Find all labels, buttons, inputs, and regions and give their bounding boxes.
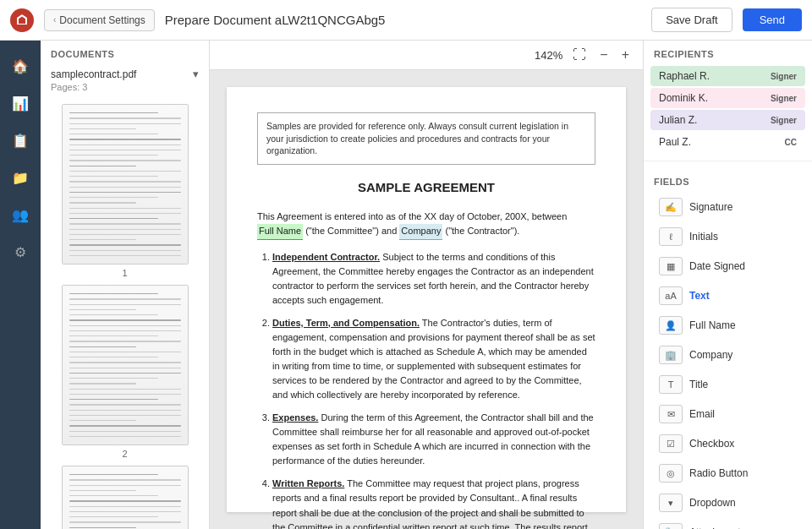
email-icon: ✉ (659, 405, 683, 423)
recipients-list: Raphael R.SignerDominik K.SignerJulian Z… (644, 64, 812, 154)
send-button[interactable]: Send (743, 8, 802, 31)
field-item-date-signed[interactable]: ▦Date Signed (649, 252, 807, 281)
nav-sidebar: 🏠 📊 📋 📁 👥 ⚙ (0, 41, 41, 529)
date-signed-icon: ▦ (659, 257, 683, 275)
thumbnail-2[interactable]: 2 (47, 285, 202, 459)
checkbox-icon: ☑ (659, 434, 683, 453)
doc-section-2: Duties, Term, and Compensation. The Cont… (272, 316, 595, 402)
field-item-text[interactable]: aAText (649, 281, 807, 310)
nav-docs-icon[interactable]: 📋 (5, 125, 36, 155)
document-page: Samples are provided for reference only.… (227, 87, 626, 512)
thumbnail-1[interactable]: 1 (47, 104, 202, 278)
fields-divider (644, 161, 812, 161)
field-item-dropdown[interactable]: ▾Dropdown (649, 488, 807, 517)
nav-folder-icon[interactable]: 📁 (5, 162, 36, 193)
field-label: Checkbox (689, 438, 734, 450)
documents-panel: DOCUMENTS samplecontract.pdf ▾ Pages: 3 … (41, 41, 210, 529)
field-item-radio-button[interactable]: ◎Radio Button (649, 459, 807, 488)
right-panel: RECIPIENTS Raphael R.SignerDominik K.Sig… (643, 41, 812, 529)
doc-title: SAMPLE AGREEMENT (257, 178, 595, 198)
field-item-attachment[interactable]: 📎Attachment (649, 518, 807, 529)
nav-settings-icon[interactable]: ⚙ (5, 237, 36, 267)
field-label: Signature (689, 201, 732, 213)
nav-home-icon[interactable]: 🏠 (5, 51, 36, 81)
viewer-toolbar: 142% ⛶ − + (210, 41, 643, 70)
field-label: Dropdown (689, 497, 736, 509)
viewer-content[interactable]: Samples are provided for reference only.… (210, 70, 643, 529)
full-name-icon: 👤 (659, 316, 683, 335)
field-label: Full Name (689, 319, 736, 331)
field-item-signature[interactable]: ✍Signature (649, 193, 807, 221)
field-item-initials[interactable]: ℓInitials (649, 222, 807, 251)
attachment-icon: 📎 (659, 523, 683, 529)
doc-section-3: Expenses. During the term of this Agreem… (272, 411, 595, 468)
full-name-field[interactable]: Full Name (257, 224, 303, 240)
file-row: samplecontract.pdf ▾ (41, 64, 209, 82)
initials-icon: ℓ (659, 227, 683, 246)
field-item-checkbox[interactable]: ☑Checkbox (649, 429, 807, 458)
file-name: samplecontract.pdf (51, 68, 136, 80)
topbar: ‹ Document Settings Prepare Document aLW… (0, 0, 812, 41)
recipient-item[interactable]: Dominik K.Signer (650, 88, 805, 108)
dropdown-icon: ▾ (659, 494, 683, 512)
notice-box: Samples are provided for reference only.… (257, 112, 595, 165)
field-label: Company (689, 349, 732, 361)
field-label: Text (689, 290, 710, 302)
field-item-title[interactable]: TTitle (649, 370, 807, 399)
main-layout: 🏠 📊 📋 📁 👥 ⚙ DOCUMENTS samplecontract.pdf… (0, 41, 812, 529)
nav-users-icon[interactable]: 👥 (5, 199, 36, 230)
page-title: Prepare Document aLW2t1QNCGAbg5 (165, 13, 641, 27)
save-draft-button[interactable]: Save Draft (651, 8, 732, 32)
thumbnail-3[interactable]: 3 (47, 466, 202, 529)
field-label: Date Signed (689, 260, 745, 272)
app-logo (10, 8, 34, 32)
doc-intro: This Agreement is entered into as of the… (257, 210, 595, 240)
fields-list: ✍SignatureℓInitials▦Date SignedaAText👤Fu… (644, 192, 812, 529)
recipients-header: RECIPIENTS (644, 41, 812, 64)
field-item-email[interactable]: ✉Email (649, 400, 807, 428)
document-viewer: 142% ⛶ − + Samples are provided for refe… (210, 41, 643, 529)
doc-settings-button[interactable]: ‹ Document Settings (44, 9, 155, 31)
signature-icon: ✍ (659, 198, 683, 216)
file-dropdown-icon[interactable]: ▾ (193, 68, 199, 80)
company-icon: 🏢 (659, 346, 683, 364)
text-icon: aA (659, 286, 683, 305)
field-item-full-name[interactable]: 👤Full Name (649, 311, 807, 340)
recipient-item[interactable]: Paul Z.CC (650, 132, 805, 152)
company-field[interactable]: Company (399, 224, 442, 240)
fit-page-button[interactable]: ⛶ (569, 46, 590, 64)
nav-chart-icon[interactable]: 📊 (5, 88, 36, 118)
document-sections: Independent Contractor. Subject to the t… (257, 250, 595, 529)
zoom-in-button[interactable]: + (618, 46, 633, 64)
field-label: Radio Button (689, 467, 748, 479)
doc-section-4: Written Reports. The Committee may reque… (272, 477, 595, 529)
field-label: Title (689, 379, 708, 390)
field-label: Initials (689, 231, 718, 243)
chevron-left-icon: ‹ (53, 15, 56, 25)
zoom-out-button[interactable]: − (596, 46, 611, 64)
fields-header: FIELDS (644, 168, 812, 192)
doc-section-1: Independent Contractor. Subject to the t… (272, 250, 595, 308)
title-icon: T (659, 375, 683, 394)
documents-panel-header: DOCUMENTS (41, 41, 209, 64)
recipient-item[interactable]: Julian Z.Signer (650, 110, 805, 130)
thumbnails-list: 123 (41, 97, 209, 529)
zoom-level: 142% (535, 49, 562, 62)
radio-button-icon: ◎ (659, 464, 683, 483)
file-pages: Pages: 3 (41, 82, 209, 97)
field-label: Email (689, 408, 715, 420)
recipient-item[interactable]: Raphael R.Signer (650, 66, 805, 86)
field-item-company[interactable]: 🏢Company (649, 341, 807, 369)
